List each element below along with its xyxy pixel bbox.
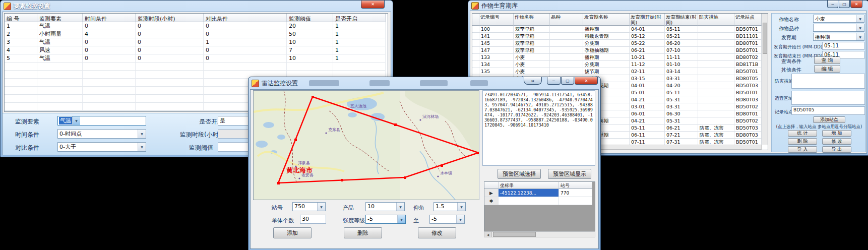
close-button[interactable]: ✕ bbox=[575, 77, 598, 85]
table-cell: 04-21 bbox=[630, 96, 665, 103]
modify-button[interactable]: 修改 bbox=[418, 227, 456, 238]
edit-button[interactable]: 编 辑 bbox=[814, 65, 840, 73]
period-combo[interactable]: 播种期 ▼ bbox=[813, 33, 864, 41]
measures-textarea[interactable] bbox=[791, 74, 865, 89]
column-header[interactable]: 时间条件 bbox=[83, 14, 136, 22]
chevron-down-icon[interactable]: ▼ bbox=[856, 33, 864, 40]
elevation-combo[interactable]: 1.5 ▼ bbox=[433, 202, 466, 211]
table-row[interactable]: 145双季早稻分蘖期05-2206-20BD80T01 bbox=[472, 40, 768, 47]
table-row[interactable]: 141双季早稻移栽返青期05-1205-21BD11101 bbox=[472, 33, 768, 40]
area-select-button[interactable]: 预警区域选择 bbox=[498, 169, 541, 179]
product-combo[interactable]: 10 ▼ bbox=[365, 202, 405, 211]
delete-button[interactable]: 删除 bbox=[344, 227, 382, 238]
to-combo[interactable]: -5 ▼ bbox=[429, 215, 465, 224]
table-cell bbox=[83, 103, 136, 111]
close-button[interactable]: ✕ bbox=[850, 1, 862, 8]
column-header[interactable]: 监测要素 bbox=[37, 14, 83, 22]
map-view[interactable]: 五大连池沾河林场克东县拜泉县依安县水丰镇 黄北海市 bbox=[253, 90, 479, 200]
table-row[interactable]: 2小时雨量400501 bbox=[5, 30, 388, 38]
column-header[interactable]: 记录站点 bbox=[734, 14, 762, 26]
column-header[interactable]: 坐标串 bbox=[499, 182, 559, 189]
compare-combo[interactable]: 0-大于 ▼ bbox=[57, 142, 146, 152]
table-row[interactable]: 5气温000101 bbox=[5, 54, 388, 62]
table-row[interactable]: 1气温000201 bbox=[5, 22, 388, 30]
column-header[interactable]: 监测阈值 bbox=[287, 14, 333, 22]
scrollbar-thumb[interactable] bbox=[493, 232, 536, 237]
column-header[interactable]: 发育期开始(时间) bbox=[630, 14, 665, 26]
column-header[interactable]: 品种 bbox=[550, 14, 583, 26]
chevron-down-icon[interactable]: ▼ bbox=[856, 24, 864, 31]
column-header[interactable]: 防灾措施 bbox=[698, 14, 734, 26]
add-button[interactable]: 增 加 bbox=[822, 130, 851, 137]
resize-button[interactable]: ⇔ bbox=[524, 77, 542, 85]
column-header[interactable]: 作物名称 bbox=[514, 14, 550, 26]
modify-button[interactable]: 修 改 bbox=[822, 138, 851, 145]
table-row[interactable]: 4风速00071 bbox=[5, 46, 388, 54]
table-row[interactable] bbox=[5, 62, 388, 71]
chevron-down-icon[interactable]: ▼ bbox=[138, 130, 146, 138]
station-combo[interactable]: 750 ▼ bbox=[292, 202, 326, 211]
table-row[interactable]: ✱ bbox=[484, 197, 595, 205]
compare-label: 对比条件 bbox=[15, 144, 39, 152]
table-row[interactable]: ▶-45122.12238...770 bbox=[484, 189, 595, 197]
titlebar[interactable]: 作物生育期库 bbox=[468, 1, 868, 11]
scroll-left-icon[interactable]: ◀ bbox=[484, 232, 492, 237]
minimize-button[interactable]: ─ bbox=[547, 77, 561, 85]
column-header[interactable]: 发育期名称 bbox=[583, 14, 630, 26]
time-combo[interactable]: 0-时间点 ▼ bbox=[57, 129, 146, 139]
chevron-down-icon[interactable]: ▼ bbox=[397, 215, 405, 223]
variety-combo[interactable]: ▼ bbox=[813, 24, 864, 32]
element-combo[interactable]: 气温 ▼ bbox=[57, 116, 146, 126]
delete-button[interactable]: 删 除 bbox=[788, 138, 817, 145]
table-row[interactable]: 100双季早稻播种期04-0105-11BD50T01 bbox=[472, 26, 768, 33]
intensity-combo[interactable]: -5 ▼ bbox=[365, 215, 406, 224]
chevron-down-icon[interactable]: ▼ bbox=[72, 116, 80, 125]
minimize-button[interactable]: ─ bbox=[827, 1, 838, 8]
column-header[interactable]: 监测时段(小时) bbox=[136, 14, 204, 22]
maximize-button[interactable]: ▢ bbox=[839, 1, 850, 8]
table-row[interactable]: 3气温001101 bbox=[5, 38, 388, 46]
export-button[interactable]: 导 出 bbox=[822, 146, 851, 153]
table-cell bbox=[550, 68, 583, 75]
table-cell: 06-01 bbox=[630, 110, 665, 117]
table-row[interactable]: 133小麦播种期10-2111-11BD80T02 bbox=[472, 54, 768, 61]
column-header[interactable]: 站号 bbox=[559, 182, 592, 189]
table-row[interactable]: 135小麦拔节期02-1103-14BD50T01 bbox=[472, 68, 768, 75]
import-button[interactable]: 导 入 bbox=[788, 146, 817, 153]
start-date-input[interactable]: 05-11 bbox=[822, 42, 864, 50]
close-button[interactable]: ✕ bbox=[361, 1, 385, 9]
chevron-down-icon[interactable]: ▼ bbox=[317, 203, 325, 211]
table-cell: 0 bbox=[136, 22, 204, 30]
table-cell bbox=[83, 95, 136, 103]
coords-panel[interactable]: 73491.0172034571, -905914.11317541, 6345… bbox=[482, 90, 595, 166]
measures-label: 防灾措施 bbox=[775, 78, 793, 85]
table-row[interactable]: 134小麦分蘖期11-1201-10BD81T1B bbox=[472, 61, 768, 68]
chevron-down-icon[interactable]: ▼ bbox=[456, 215, 464, 223]
chevron-down-icon[interactable]: ▼ bbox=[856, 15, 864, 22]
column-header[interactable]: 编 号 bbox=[5, 14, 37, 22]
station-input[interactable]: BD50T05 bbox=[791, 106, 865, 115]
column-header[interactable]: 记录编号 bbox=[479, 14, 514, 26]
add-station-button[interactable]: 添加站点 bbox=[813, 116, 845, 123]
query-button[interactable]: 查 询 bbox=[814, 56, 840, 64]
vertical-scrollbar[interactable] bbox=[762, 14, 768, 145]
maximize-button[interactable]: ▢ bbox=[561, 77, 574, 85]
scrollbar-thumb[interactable] bbox=[763, 23, 767, 54]
table-row[interactable]: 147双季早稻孕穗抽穗期06-2107-10BD50T01 bbox=[472, 47, 768, 54]
chevron-down-icon[interactable]: ▼ bbox=[457, 203, 465, 211]
chevron-down-icon[interactable]: ▼ bbox=[138, 143, 146, 151]
add-button[interactable]: 添加 bbox=[273, 227, 312, 238]
crop-name-combo[interactable]: 小麦 ▼ bbox=[813, 15, 864, 23]
element-label: 监测要素 bbox=[15, 117, 39, 126]
column-header[interactable]: 对比条件 bbox=[204, 14, 287, 22]
region-textarea[interactable] bbox=[791, 91, 865, 105]
area-show-button[interactable]: 预警区域显示 bbox=[548, 169, 591, 179]
area-coords-grid[interactable]: 坐标串站号▶-45122.12238...770✱ bbox=[484, 181, 595, 231]
stats-button[interactable]: 统 计 bbox=[788, 130, 817, 137]
horizontal-scrollbar[interactable]: ◀ bbox=[484, 231, 595, 237]
cell-count-input[interactable]: 30 bbox=[300, 215, 326, 224]
titlebar[interactable]: 要素监控设置 bbox=[1, 1, 393, 12]
column-header[interactable]: 是否开启 bbox=[333, 14, 386, 22]
chevron-down-icon[interactable]: ▼ bbox=[396, 203, 404, 211]
column-header[interactable]: 发育期结束(时间) bbox=[665, 14, 698, 26]
